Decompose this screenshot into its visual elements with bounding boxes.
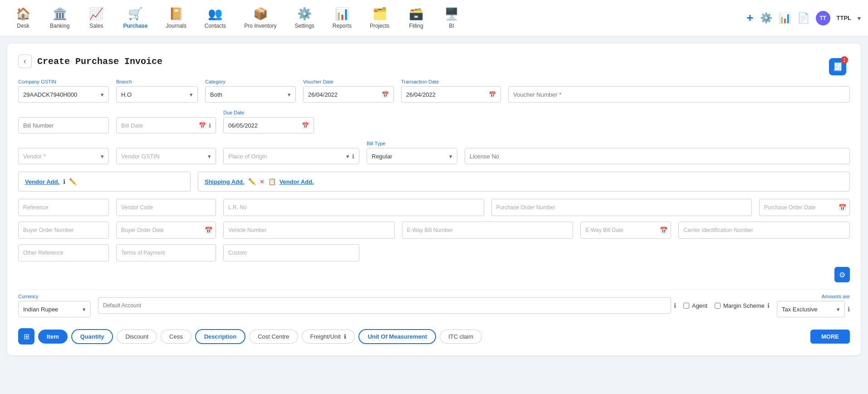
lr-no-input[interactable] [223, 199, 484, 216]
nav-item-sales[interactable]: 📈 Sales [80, 2, 112, 34]
export-icon[interactable]: 📊 [779, 12, 791, 24]
license-no-input[interactable] [465, 148, 850, 164]
bi-icon: 🖥️ [444, 7, 459, 21]
place-of-origin-info-icon[interactable]: ℹ [352, 153, 354, 160]
branch-select[interactable]: H.O ▾ [116, 86, 198, 103]
amounts-are-select[interactable]: Tax Exclusive ▾ [777, 301, 845, 317]
vehicle-number-group [223, 222, 395, 239]
margin-scheme-info-icon[interactable]: ℹ [767, 302, 770, 309]
vendor-code-input[interactable] [116, 199, 216, 216]
nav-item-journals[interactable]: 📔 Journals [158, 2, 193, 34]
amounts-are-info-icon[interactable]: ℹ [848, 305, 850, 313]
nav-label-bi: BI [449, 23, 454, 29]
currency-select[interactable]: Indian Rupee ▾ [18, 301, 91, 317]
settings-gear-icon[interactable]: ⚙️ [760, 12, 772, 24]
other-reference-input[interactable] [18, 244, 109, 261]
buyer-order-date-calendar-icon: 📅 [205, 227, 212, 234]
e-way-bill-number-input[interactable] [402, 222, 574, 239]
invoice-icon: 🧾 [833, 62, 843, 72]
vendor-placeholder: Vendor * [23, 153, 46, 160]
voucher-date-input[interactable]: 26/04/2022 📅 [303, 86, 394, 103]
address-row: Vendor Add. ℹ ✏️ Shipping Add. ✏️ ✕ 📋 Ve… [18, 172, 850, 192]
tab-cess[interactable]: Cess [161, 330, 191, 344]
e-way-bill-date-input[interactable] [580, 222, 671, 239]
nav-item-banking[interactable]: 🏛️ Banking [43, 2, 77, 34]
back-button[interactable]: ‹ [18, 54, 32, 68]
voucher-number-input[interactable] [508, 86, 850, 103]
purchase-order-number-input[interactable] [491, 199, 752, 216]
invoice-icon-button[interactable]: 🧾 1 [829, 58, 846, 75]
nav-item-filling[interactable]: 🗃️ Filling [400, 2, 432, 34]
purchase-order-date-input[interactable] [759, 199, 850, 216]
vehicle-number-input[interactable] [223, 222, 395, 239]
tab-itc-claim[interactable]: ITC claim [440, 330, 482, 344]
bill-type-select[interactable]: Regular ▾ [367, 148, 457, 164]
nav-label-reports: Reports [333, 23, 352, 29]
document-icon[interactable]: 📄 [797, 12, 809, 24]
shipping-address-edit-icon[interactable]: ✏️ [248, 178, 256, 185]
reference-input[interactable] [18, 199, 109, 216]
tab-cost-centre[interactable]: Cost Centre [249, 330, 298, 344]
custom-input[interactable] [223, 244, 359, 261]
due-date-label: Due Date [223, 110, 314, 115]
tab-freight-unit[interactable]: Freight/Unit ℹ [302, 330, 355, 344]
buyer-order-date-input[interactable] [116, 222, 216, 239]
vendor-address-edit-icon[interactable]: ✏️ [69, 178, 77, 185]
settings-gear-button[interactable]: ⚙ [834, 267, 850, 282]
projects-icon: 🗂️ [373, 7, 387, 21]
due-date-input[interactable]: 06/05/2022 📅 [223, 117, 314, 133]
buyer-order-number-input[interactable] [18, 222, 109, 239]
tab-item[interactable]: Item [38, 330, 68, 344]
add-button[interactable]: + [746, 11, 753, 25]
more-button[interactable]: MORE [810, 330, 850, 344]
tab-discount[interactable]: Discount [117, 330, 157, 344]
reports-icon: 📊 [335, 7, 349, 21]
grid-view-icon[interactable]: ⊞ [18, 328, 34, 345]
default-account-input[interactable] [98, 297, 671, 314]
shipping-address-link[interactable]: Shipping Add. [205, 178, 245, 185]
nav-item-projects[interactable]: 🗂️ Projects [363, 2, 397, 34]
nav-item-purchase[interactable]: 🛒 Purchase [116, 2, 155, 34]
tab-quantity[interactable]: Quantity [71, 329, 113, 344]
bill-number-input[interactable] [18, 117, 109, 133]
nav-item-reports[interactable]: 📊 Reports [325, 2, 359, 34]
nav-item-bi[interactable]: 🖥️ BI [436, 2, 467, 34]
shipping-address-vendor-copy-link[interactable]: Vendor Add. [280, 178, 314, 185]
bill-date-info-icon[interactable]: ℹ [209, 122, 211, 129]
tab-unit-of-measurement[interactable]: Unit Of Measurement [358, 329, 436, 344]
transaction-date-input[interactable]: 26/04/2022 📅 [401, 86, 501, 103]
nav-item-contacts[interactable]: 👥 Contacts [197, 2, 233, 34]
default-account-group: ℹ [98, 297, 676, 314]
company-name: TTPL [837, 15, 852, 21]
agent-checkbox[interactable] [683, 303, 689, 309]
company-dropdown-chevron[interactable]: ▾ [858, 15, 861, 22]
e-way-bill-date-group: 📅 [580, 222, 671, 239]
card-header: ‹ Create Purchase Invoice [18, 54, 850, 68]
tab-freight-unit-info-icon[interactable]: ℹ [344, 333, 346, 340]
agent-checkbox-group: Agent [683, 302, 707, 309]
margin-scheme-checkbox[interactable] [715, 303, 721, 309]
tab-freight-unit-label: Freight/Unit [310, 333, 341, 340]
voucher-date-label: Voucher Date [303, 79, 394, 84]
vendor-select[interactable]: Vendor * ▾ [18, 148, 109, 164]
vendor-gstin-select[interactable]: Vendor GSTIN ▾ [116, 148, 216, 164]
carrier-identification-number-input[interactable] [678, 222, 850, 239]
nav-item-desk[interactable]: 🏠 Desk [7, 2, 39, 34]
purchase-order-date-calendar-icon: 📅 [839, 204, 846, 211]
default-account-info-icon[interactable]: ℹ [674, 302, 676, 309]
terms-of-payment-input[interactable] [116, 244, 216, 261]
company-gstin-select[interactable]: 29AADCK7940H000 ▾ [18, 86, 109, 103]
bill-date-input[interactable]: Bill Date 📅 ℹ [116, 117, 216, 133]
tab-description[interactable]: Description [195, 329, 246, 344]
shipping-address-copy-icon[interactable]: 📋 [268, 178, 276, 185]
place-of-origin-select[interactable]: Place of Origin ▾ ℹ [223, 148, 359, 164]
amounts-are-select-row: Tax Exclusive ▾ ℹ [777, 301, 850, 317]
category-select[interactable]: Both ▾ [205, 86, 296, 103]
vendor-address-link[interactable]: Vendor Add. [25, 178, 59, 185]
shipping-address-delete-icon[interactable]: ✕ [260, 178, 265, 185]
user-avatar[interactable]: TT [816, 11, 830, 25]
nav-item-settings[interactable]: ⚙️ Settings [288, 2, 322, 34]
nav-item-pro-inventory[interactable]: 📦 Pro Inventory [237, 2, 284, 34]
vendor-address-info-icon[interactable]: ℹ [63, 178, 65, 185]
nav-right-section: + ⚙️ 📊 📄 TT TTPL ▾ [746, 11, 861, 25]
